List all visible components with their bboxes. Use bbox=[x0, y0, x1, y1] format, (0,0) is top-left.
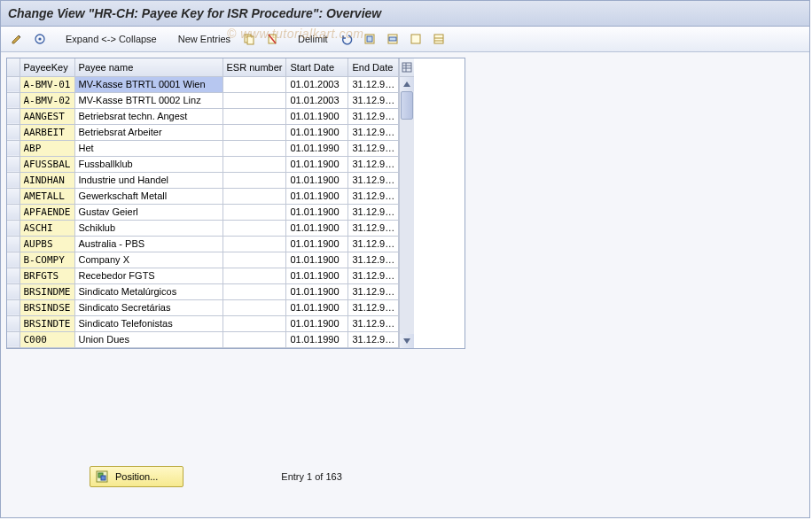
row-selector[interactable] bbox=[7, 76, 20, 92]
cell-esr-number[interactable] bbox=[223, 204, 286, 220]
cell-payee-key[interactable]: BRSINDTE bbox=[20, 315, 74, 331]
col-header-payee-name[interactable]: Payee name bbox=[74, 58, 223, 76]
cell-esr-number[interactable] bbox=[223, 140, 286, 156]
cell-payee-name[interactable]: Het bbox=[74, 140, 223, 156]
table-row[interactable]: ABPHet01.01.199031.12.9… bbox=[7, 140, 399, 156]
cell-start-date[interactable]: 01.01.1990 bbox=[286, 140, 348, 156]
row-selector[interactable] bbox=[7, 140, 20, 156]
row-selector[interactable] bbox=[7, 283, 20, 299]
cell-start-date[interactable]: 01.01.1900 bbox=[286, 156, 348, 172]
table-row[interactable]: AANGESTBetriebsrat techn. Angest01.01.19… bbox=[7, 108, 399, 124]
row-selector[interactable] bbox=[7, 268, 20, 283]
table-row[interactable]: A-BMV-01MV-Kasse BTRTL 0001 Wien01.01.20… bbox=[7, 76, 399, 92]
row-selector-header[interactable] bbox=[7, 58, 20, 76]
row-selector[interactable] bbox=[7, 92, 20, 108]
cell-end-date[interactable]: 31.12.9… bbox=[348, 220, 399, 236]
row-selector[interactable] bbox=[7, 108, 20, 124]
cell-end-date[interactable]: 31.12.9… bbox=[348, 140, 399, 156]
cell-esr-number[interactable] bbox=[223, 172, 286, 188]
row-selector[interactable] bbox=[7, 124, 20, 140]
deselect-all-icon[interactable] bbox=[405, 29, 426, 49]
cell-payee-key[interactable]: A-BMV-01 bbox=[20, 76, 74, 92]
cell-start-date[interactable]: 01.01.1900 bbox=[286, 252, 348, 268]
cell-payee-name[interactable]: Industrie und Handel bbox=[74, 172, 223, 188]
cell-start-date[interactable]: 01.01.2003 bbox=[286, 92, 348, 108]
cell-start-date[interactable]: 01.01.1900 bbox=[286, 283, 348, 299]
table-row[interactable]: AARBEITBetriebsrat Arbeiter01.01.190031.… bbox=[7, 124, 399, 140]
row-selector[interactable] bbox=[7, 299, 20, 315]
table-row[interactable]: C000Union Dues01.01.199031.12.9… bbox=[7, 331, 399, 347]
cell-start-date[interactable]: 01.01.1900 bbox=[286, 172, 348, 188]
cell-end-date[interactable]: 31.12.9… bbox=[348, 156, 399, 172]
cell-end-date[interactable]: 31.12.9… bbox=[348, 268, 399, 283]
toggle-change-icon[interactable] bbox=[6, 29, 27, 49]
cell-start-date[interactable]: 01.01.1900 bbox=[286, 236, 348, 252]
row-selector[interactable] bbox=[7, 156, 20, 172]
table-row[interactable]: A-BMV-02MV-Kasse BTRTL 0002 Linz01.01.20… bbox=[7, 92, 399, 108]
scroll-track[interactable] bbox=[400, 91, 414, 334]
table-row[interactable]: BRFGTSRecebedor FGTS01.01.190031.12.9… bbox=[7, 268, 399, 283]
cell-start-date[interactable]: 01.01.1900 bbox=[286, 188, 348, 204]
cell-payee-key[interactable]: AINDHAN bbox=[20, 172, 74, 188]
select-block-icon[interactable] bbox=[382, 29, 403, 49]
table-row[interactable]: BRSINDTESindicato Telefonistas01.01.1900… bbox=[7, 315, 399, 331]
cell-payee-name[interactable]: Betriebsrat techn. Angest bbox=[74, 108, 223, 124]
undo-change-icon[interactable] bbox=[336, 29, 357, 49]
cell-esr-number[interactable] bbox=[223, 92, 286, 108]
copy-as-icon[interactable] bbox=[238, 29, 260, 49]
row-selector[interactable] bbox=[7, 204, 20, 220]
cell-end-date[interactable]: 31.12.9… bbox=[348, 283, 399, 299]
cell-start-date[interactable]: 01.01.1900 bbox=[286, 299, 348, 315]
cell-payee-key[interactable]: APFAENDE bbox=[20, 204, 74, 220]
scroll-up-icon[interactable] bbox=[400, 77, 414, 91]
cell-esr-number[interactable] bbox=[223, 283, 286, 299]
row-selector[interactable] bbox=[7, 315, 20, 331]
cell-end-date[interactable]: 31.12.9… bbox=[348, 204, 399, 220]
other-view-icon[interactable] bbox=[29, 29, 51, 49]
cell-esr-number[interactable] bbox=[223, 252, 286, 268]
col-header-esr-number[interactable]: ESR number bbox=[223, 58, 286, 76]
cell-start-date[interactable]: 01.01.1900 bbox=[286, 108, 348, 124]
cell-payee-name[interactable]: MV-Kasse BTRTL 0001 Wien bbox=[74, 76, 223, 92]
cell-end-date[interactable]: 31.12.9… bbox=[348, 331, 399, 347]
row-selector[interactable] bbox=[7, 220, 20, 236]
cell-end-date[interactable]: 31.12.9… bbox=[348, 108, 399, 124]
cell-payee-name[interactable]: Sindicato Secretárias bbox=[74, 299, 223, 315]
cell-payee-name[interactable]: Union Dues bbox=[74, 331, 223, 347]
cell-end-date[interactable]: 31.12.9… bbox=[348, 299, 399, 315]
cell-esr-number[interactable] bbox=[223, 220, 286, 236]
cell-payee-name[interactable]: Betriebsrat Arbeiter bbox=[74, 124, 223, 140]
cell-end-date[interactable]: 31.12.9… bbox=[348, 172, 399, 188]
table-row[interactable]: AUPBSAustralia - PBS01.01.190031.12.9… bbox=[7, 236, 399, 252]
position-button[interactable]: Position... bbox=[90, 466, 183, 487]
delimit-button[interactable]: Delimit bbox=[292, 29, 334, 49]
cell-payee-key[interactable]: A-BMV-02 bbox=[20, 92, 74, 108]
table-row[interactable]: BRSINDSESindicato Secretárias01.01.19003… bbox=[7, 299, 399, 315]
cell-end-date[interactable]: 31.12.9… bbox=[348, 252, 399, 268]
table-row[interactable]: AINDHANIndustrie und Handel01.01.190031.… bbox=[7, 172, 399, 188]
cell-start-date[interactable]: 01.01.1900 bbox=[286, 204, 348, 220]
cell-payee-name[interactable]: Sindicato Metalúrgicos bbox=[74, 283, 223, 299]
cell-start-date[interactable]: 01.01.1900 bbox=[286, 268, 348, 283]
cell-esr-number[interactable] bbox=[223, 108, 286, 124]
cell-payee-name[interactable]: Sindicato Telefonistas bbox=[74, 315, 223, 331]
cell-payee-name[interactable]: MV-Kasse BTRTL 0002 Linz bbox=[74, 92, 223, 108]
cell-payee-name[interactable]: Recebedor FGTS bbox=[74, 268, 223, 283]
expand-collapse-button[interactable]: Expand <-> Collapse bbox=[59, 29, 163, 49]
row-selector[interactable] bbox=[7, 236, 20, 252]
cell-payee-key[interactable]: C000 bbox=[20, 331, 74, 347]
cell-payee-key[interactable]: BRSINDME bbox=[20, 283, 74, 299]
cell-end-date[interactable]: 31.12.9… bbox=[348, 76, 399, 92]
cell-payee-key[interactable]: AMETALL bbox=[20, 188, 74, 204]
cell-end-date[interactable]: 31.12.9… bbox=[348, 188, 399, 204]
table-row[interactable]: APFAENDEGustav Geierl01.01.190031.12.9… bbox=[7, 204, 399, 220]
cell-payee-key[interactable]: B-COMPY bbox=[20, 252, 74, 268]
table-row[interactable]: AMETALLGewerkschaft Metall01.01.190031.1… bbox=[7, 188, 399, 204]
table-row[interactable]: B-COMPYCompany X01.01.190031.12.9… bbox=[7, 252, 399, 268]
table-settings-icon[interactable] bbox=[400, 58, 414, 77]
select-all-icon[interactable] bbox=[359, 29, 380, 49]
cell-end-date[interactable]: 31.12.9… bbox=[348, 124, 399, 140]
new-entries-button[interactable]: New Entries bbox=[172, 29, 237, 49]
cell-start-date[interactable]: 01.01.1900 bbox=[286, 220, 348, 236]
cell-start-date[interactable]: 01.01.1900 bbox=[286, 315, 348, 331]
